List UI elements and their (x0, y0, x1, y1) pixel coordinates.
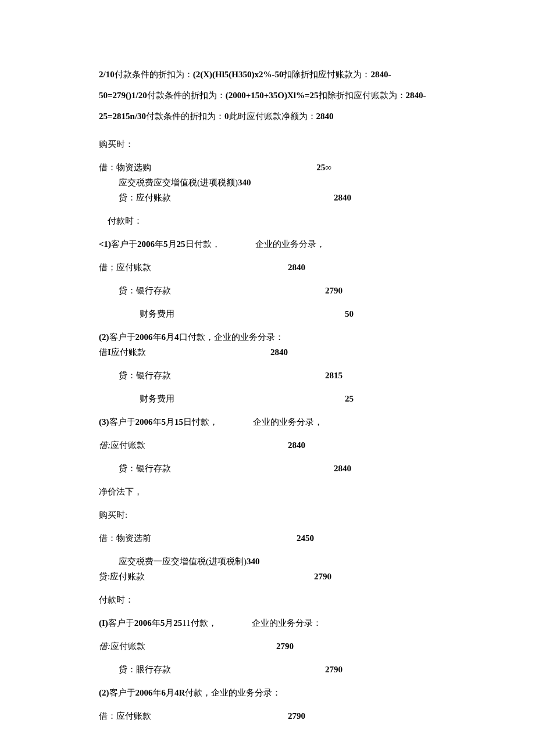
entry-row: 借：物资选前 2450 (99, 531, 314, 545)
payment-heading: 付款时： (99, 214, 436, 228)
label: 财务费用 (140, 392, 174, 406)
entry-row: 借：应付账款 2790 (99, 709, 305, 723)
amount: 25∞ (316, 160, 331, 174)
label: 贷：银行存款 (119, 284, 171, 298)
label: 借：物资选购 (99, 160, 151, 174)
label: 借I应付账款 (99, 345, 146, 359)
amount: 2815 (325, 368, 343, 382)
amount: 2790 (288, 709, 305, 723)
entry-row: 借:应付账款 2790 (99, 639, 294, 653)
payment-heading: 付款时： (99, 593, 436, 607)
amount: 2790 (276, 639, 294, 653)
entry-row: 借；应付账款 2840 (99, 260, 305, 274)
amount: 2790 (325, 662, 343, 676)
intro-paragraph: 2/10付款条件的折扣为：(2(X)(Hl5(H350)x2%-50扣除折扣应忖… (99, 64, 436, 127)
label: 借：物资选前 (99, 531, 151, 545)
label: 贷:应付账款 (99, 569, 145, 583)
scenario-title: (2)客户于2006年6月4口付款，企业的业务分录： (99, 330, 436, 344)
entry-row: 应交税费应交增值税(进项税额)340 (99, 175, 436, 189)
purchase-heading: 购买时: (99, 508, 436, 522)
entry-row: 贷：应付账款 2840 (99, 191, 351, 205)
label: 贷：应付账款 (119, 191, 171, 205)
entry-row: 借;应付账款 2840 (99, 438, 305, 452)
amount: 2840 (334, 461, 351, 475)
amount: 2790 (325, 284, 343, 298)
scenario-title: (2)客户于2006年6月4R付款，企业的业务分录： (99, 686, 436, 700)
scenario-title: (3)客户于2006年5月15日忖款， 企业的业务分录， (99, 415, 436, 429)
label: 财务费用 (140, 307, 174, 321)
amount: 25 (345, 392, 354, 406)
entry-row: 贷：银行存款 2790 (99, 284, 343, 298)
label: 应交税费一应交增值税(进项税制)340 (119, 557, 260, 566)
label: 借；应付账款 (99, 260, 151, 274)
label: 贷：银行存款 (119, 368, 171, 382)
entry-row: 贷：银行存款 2840 (99, 461, 351, 475)
label: 借：应付账款 (99, 709, 151, 723)
entry-row: 财务费用 25 (99, 392, 354, 406)
amount: 2840 (288, 260, 305, 274)
amount: 2840 (334, 191, 351, 205)
purchase-heading: 购买时： (99, 137, 436, 151)
entry-row: 借I应付账款 2840 (99, 345, 288, 359)
entry-row: 应交税费一应交增值税(进项税制)340 (99, 554, 436, 568)
entry-row: 贷：银行存款 2815 (99, 368, 343, 382)
scenario-title: (I)客户于2006年5月2511付款， 企业的业务分录： (99, 616, 436, 630)
amount: 50 (345, 307, 354, 321)
entry-row: 借：物资选购 25∞ (99, 160, 331, 174)
scenario-title: <1)客户于2006年5月25日付款， 企业的业务分录， (99, 237, 436, 251)
net-price-heading: 净价法下， (99, 485, 436, 499)
amount: 2840 (270, 345, 288, 359)
entry-row: 贷:应付账款 2790 (99, 569, 331, 583)
amount: 2840 (288, 438, 305, 452)
entry-row: 财务费用 50 (99, 307, 354, 321)
label: 贷：银行存款 (119, 461, 171, 475)
label: 借;应付账款 (99, 438, 145, 452)
label: 贷：眼行存款 (119, 662, 171, 676)
entry-row: 贷：眼行存款 2790 (99, 662, 343, 676)
amount: 2450 (297, 531, 314, 545)
label: 借:应付账款 (99, 639, 145, 653)
amount: 2790 (314, 569, 331, 583)
label: 应交税费应交增值税(进项税额)340 (119, 178, 251, 187)
